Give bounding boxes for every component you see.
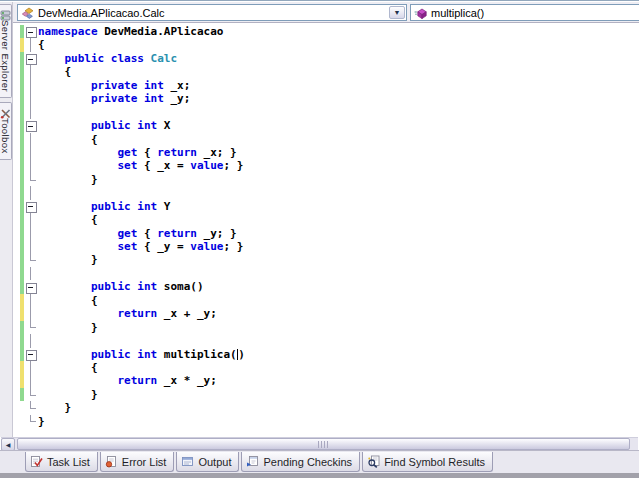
code-line[interactable]: private int _y;: [13, 92, 639, 105]
code-text: get { return _y; }: [38, 227, 639, 240]
code-line[interactable]: }: [13, 415, 639, 428]
outline-guide: [24, 415, 37, 428]
tab-task-list[interactable]: Task List: [25, 452, 98, 472]
code-line[interactable]: get { return _y; }: [13, 227, 639, 240]
outline-guide: [24, 253, 37, 266]
server-explorer-icon: [0, 7, 11, 18]
fold-toggle-icon[interactable]: [24, 200, 37, 213]
task-list-icon: [30, 455, 43, 468]
code-line[interactable]: private int _x;: [13, 79, 639, 92]
scroll-left-arrow[interactable]: ◀: [1, 438, 15, 451]
code-line[interactable]: return _x + _y;: [13, 307, 639, 320]
code-text: public int X: [38, 119, 639, 132]
fold-toggle-icon[interactable]: [24, 348, 37, 361]
outline-guide: [24, 240, 37, 253]
outline-guide: [24, 79, 37, 92]
code-text: {: [38, 38, 639, 51]
code-line[interactable]: public int Y: [13, 200, 639, 213]
code-text: }: [38, 401, 639, 414]
tab-pending-checkins[interactable]: Pending Checkins: [241, 452, 360, 472]
code-line[interactable]: }: [13, 388, 639, 401]
fold-toggle-icon[interactable]: [24, 280, 37, 293]
code-text: {: [38, 213, 639, 226]
tab-label: Error List: [122, 456, 167, 468]
tab-output[interactable]: Output: [176, 452, 239, 472]
members-dropdown[interactable]: multiplica(): [410, 4, 639, 21]
code-text: return _x * _y;: [38, 374, 639, 387]
outline-guide: [24, 106, 37, 119]
tab-error-list[interactable]: Error List: [100, 452, 175, 472]
code-line[interactable]: set { _y = value; }: [13, 240, 639, 253]
code-text: }: [38, 173, 639, 186]
outline-guide: [24, 65, 37, 78]
outline-guide: [24, 227, 37, 240]
outline-guide: [24, 321, 37, 334]
chevron-down-icon[interactable]: ▼: [389, 6, 405, 19]
code-text: namespace DevMedia.APlicacao: [38, 25, 639, 38]
code-line[interactable]: {: [13, 213, 639, 226]
code-line[interactable]: {: [13, 38, 639, 51]
outline-guide: [24, 267, 37, 280]
outline-guide: [24, 146, 37, 159]
code-line[interactable]: public class Calc: [13, 52, 639, 65]
sidebar-tab-server-explorer[interactable]: Server Explorer: [0, 4, 12, 98]
code-text: {: [38, 65, 639, 78]
code-text: public int multiplica(): [38, 348, 639, 361]
code-line[interactable]: {: [13, 133, 639, 146]
code-editor-window: Server Explorer Toolbox DevM: [0, 0, 639, 478]
code-line[interactable]: }: [13, 173, 639, 186]
code-text: private int _y;: [38, 92, 639, 105]
code-line[interactable]: public int X: [13, 119, 639, 132]
code-line[interactable]: namespace DevMedia.APlicacao: [13, 25, 639, 38]
code-line[interactable]: [13, 334, 639, 347]
outline-guide: [24, 294, 37, 307]
sidebar-tab-toolbox[interactable]: Toolbox: [0, 102, 12, 160]
code-line[interactable]: public int multiplica(): [13, 348, 639, 361]
outline-guide: [24, 133, 37, 146]
bottom-panel-edge: [0, 473, 639, 478]
code-text: {: [38, 361, 639, 374]
outline-guide: [24, 92, 37, 105]
code-line[interactable]: }: [13, 401, 639, 414]
code-text: private int _x;: [38, 79, 639, 92]
class-icon: [21, 6, 34, 19]
sidebar-tab-label: Server Explorer: [0, 20, 11, 92]
code-line[interactable]: public int soma(): [13, 280, 639, 293]
outline-guide: [24, 374, 37, 387]
error-list-icon: [105, 455, 118, 468]
code-line[interactable]: get { return _x; }: [13, 146, 639, 159]
method-icon: [414, 6, 427, 19]
horizontal-scrollbar[interactable]: ◀: [1, 437, 638, 450]
pending-checkins-icon: [246, 455, 259, 468]
code-line[interactable]: }: [13, 253, 639, 266]
code-text: }: [38, 321, 639, 334]
code-text: [38, 106, 639, 119]
code-line[interactable]: return _x * _y;: [13, 374, 639, 387]
code-line[interactable]: [13, 106, 639, 119]
code-text: return _x + _y;: [38, 307, 639, 320]
fold-toggle-icon[interactable]: [24, 52, 37, 65]
code-text: set { _x = value; }: [38, 159, 639, 172]
scrollbar-thumb[interactable]: [17, 438, 630, 450]
outline-guide: [24, 173, 37, 186]
output-icon: [181, 455, 194, 468]
tab-find-symbol-results[interactable]: Find Symbol Results: [362, 452, 493, 472]
code-line[interactable]: {: [13, 65, 639, 78]
code-line[interactable]: {: [13, 361, 639, 374]
code-line[interactable]: [13, 186, 639, 199]
types-dropdown[interactable]: DevMedia.APlicacao.Calc ▼: [17, 4, 407, 21]
code-line[interactable]: }: [13, 321, 639, 334]
code-text: {: [38, 294, 639, 307]
code-editor[interactable]: namespace DevMedia.APlicacao{ public cla…: [13, 23, 639, 437]
code-text: public int soma(): [38, 280, 639, 293]
code-text: set { _y = value; }: [38, 240, 639, 253]
fold-toggle-icon[interactable]: [24, 119, 37, 132]
code-text: [38, 334, 639, 347]
code-line[interactable]: set { _x = value; }: [13, 159, 639, 172]
code-text: [38, 267, 639, 280]
types-dropdown-value: DevMedia.APlicacao.Calc: [38, 7, 165, 19]
code-line[interactable]: {: [13, 294, 639, 307]
code-line[interactable]: [13, 267, 639, 280]
bottom-panel-tabs: Task List Error List Output: [0, 450, 639, 473]
fold-toggle-icon[interactable]: [24, 25, 37, 38]
